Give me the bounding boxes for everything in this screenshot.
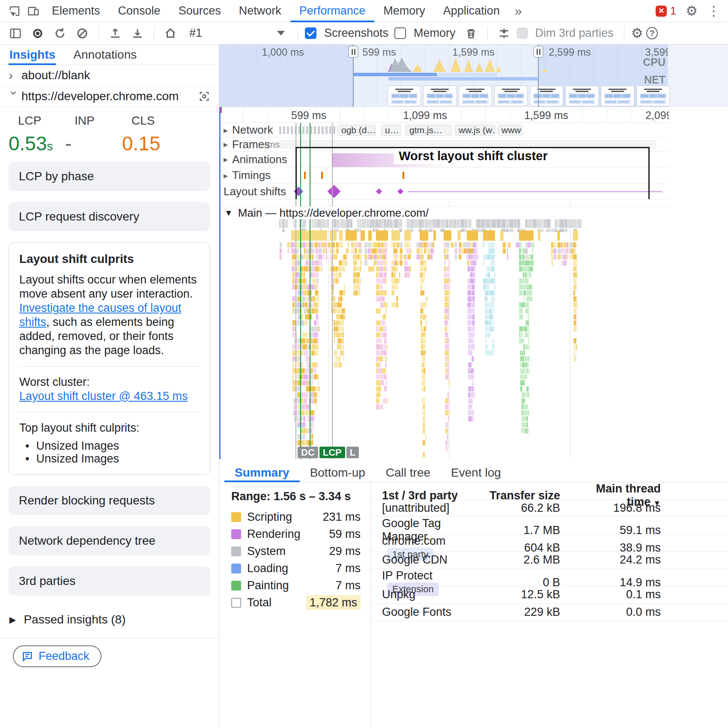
table-row[interactable]: Google Tag Manager 1.7 MB 59.1 ms [371,517,728,534]
tab-annotations[interactable]: Annotations [72,45,137,65]
live-metrics-home-icon[interactable] [161,24,180,43]
screenshots-checkbox[interactable] [305,27,316,39]
table-row[interactable]: [unattributed] 66.2 kB 196.8 ms [371,500,728,517]
record-icon[interactable] [28,24,47,43]
network-request-chip[interactable]: ogb (d… [337,125,376,136]
inspect-icon[interactable] [5,2,24,21]
metric-cls[interactable]: CLS 0.15 [122,114,210,162]
toggle-sidebar-icon[interactable] [6,24,25,43]
table-row[interactable]: IP ProtectExtension 0 B 14.9 ms [371,569,728,587]
main-thread-time: 59.1 ms [560,524,661,537]
divider [298,27,298,40]
capture-settings-icon[interactable] [495,24,513,43]
party-name: Google Fonts [382,606,451,618]
table-row[interactable]: Unpkg 12.5 kB 0.1 ms [371,586,728,604]
tab-application[interactable]: Application [434,0,509,22]
tab-sources[interactable]: Sources [170,0,230,22]
error-count: 1 [670,5,676,17]
tab-summary[interactable]: Summary [224,463,300,482]
profile-history-select[interactable]: #1 [183,25,291,42]
load-profile-icon[interactable] [106,24,125,43]
save-profile-icon[interactable] [128,24,147,43]
table-row[interactable]: Google CDN 2.6 MB 24.2 ms [371,552,728,569]
track-layout-shifts[interactable]: Layout shifts [219,184,669,200]
layout-shift-diamond[interactable] [376,188,382,194]
transfer-size: 0 B [474,576,560,589]
ruler-tick: 2,099 ms [645,109,669,122]
feedback-button[interactable]: Feedback [13,645,101,667]
settings-gear-icon[interactable]: ⚙ [686,4,698,18]
track-network[interactable]: ▸Network ogb (d… u… gtm.js… ww.js (w… ww… [219,123,669,137]
dcl-marker[interactable]: DC [298,447,318,458]
track-main-thread-header[interactable]: ▼ Main — https://developer.chrome.com/ [219,206,669,219]
table-row[interactable]: Google Fonts 229 kB 0.0 ms [371,604,728,621]
network-request-chip[interactable]: www… [498,125,522,136]
device-toolbar-icon[interactable] [24,2,43,21]
load-marker[interactable]: L [346,447,359,458]
scripting-swatch [231,512,241,522]
column-header-party[interactable]: 1st / 3rd party [382,489,474,502]
worst-cluster-link[interactable]: Layout shift cluster @ 463.15 ms [19,390,188,403]
expand-icon[interactable]: ▸ [224,139,228,149]
viewfinder-icon[interactable] [198,90,210,102]
insight-card-network-tree[interactable]: Network dependency tree [9,526,210,555]
error-badge[interactable]: ✕ 1 [656,5,676,17]
metric-lcp[interactable]: LCP 0.53s [9,114,65,162]
nav-item-site[interactable]: › https://developer.chrome.com [0,86,219,107]
flame-chart-canvas[interactable] [219,219,669,459]
kebab-menu-icon[interactable]: ⋮ [707,4,720,18]
culprit-item: Unsized Images [36,439,119,452]
metric-inp-value: - [65,132,122,155]
expand-icon[interactable]: ▸ [224,154,228,164]
layout-shift-diamond[interactable] [397,188,403,194]
tab-elements[interactable]: Elements [43,0,109,22]
insight-card-lcp-phase[interactable]: LCP by phase [9,162,210,191]
timing-marker[interactable] [304,172,306,179]
tab-bottom-up[interactable]: Bottom-up [300,463,376,482]
track-frames-label: Frames [232,138,270,151]
expand-icon[interactable]: ▸ [224,170,228,181]
column-header-size[interactable]: Transfer size [474,489,560,502]
insight-card-layout-shift-culprits[interactable]: Layout shift culprits Layout shifts occu… [9,242,210,475]
memory-checkbox[interactable] [394,27,406,39]
insight-card-render-blocking[interactable]: Render blocking requests [9,486,210,515]
passed-insights-toggle[interactable]: ▶ Passed insights (8) [0,607,219,633]
layout-shift-diamond[interactable] [327,185,340,198]
network-request-chip[interactable]: ww.js (w… [455,125,495,136]
metric-inp[interactable]: INP - [65,114,122,162]
feedback-label: Feedback [39,650,90,663]
legend-label: Painting [247,579,289,592]
profile-history-value: #1 [189,27,202,40]
more-tabs-icon[interactable]: » [509,4,528,18]
table-row[interactable]: chrome.com1st party 604 kB 38.9 ms [371,534,728,552]
help-icon[interactable]: ? [646,27,658,39]
garbage-collect-icon[interactable] [462,24,480,43]
bullet-icon: • [25,439,29,452]
chevron-right-icon: › [9,68,20,83]
tab-insights[interactable]: Insights [9,45,56,65]
third-party-table: 1st / 3rd party Transfer size Main threa… [371,482,728,621]
tab-performance[interactable]: Performance [290,0,375,22]
dim-3rd-parties-toggle[interactable] [517,28,528,39]
network-request-chip[interactable]: u… [381,125,401,136]
timing-marker[interactable] [403,172,404,179]
reload-record-icon[interactable] [51,24,69,43]
clear-icon[interactable] [73,24,92,43]
lcp-marker[interactable]: LCP [319,447,345,458]
track-timings[interactable]: ▸Timings [219,167,669,184]
tab-network[interactable]: Network [230,0,290,22]
tab-call-tree[interactable]: Call tree [376,463,441,482]
tab-event-log[interactable]: Event log [441,463,511,482]
range-start-line[interactable] [219,107,221,459]
network-request-chip[interactable]: gtm.js… [406,125,452,136]
panel-settings-gear-icon[interactable]: ⚙ [631,27,643,40]
legend-item-system: System 29 ms [231,543,361,560]
expand-icon[interactable]: ▸ [224,125,228,135]
timing-marker[interactable] [321,172,323,179]
tab-memory[interactable]: Memory [374,0,434,22]
nav-item-blank[interactable]: › about://blank [0,65,219,86]
cluster-annotation-label[interactable]: Worst layout shift cluster [394,148,553,164]
insight-card-lcp-discovery[interactable]: LCP request discovery [9,202,210,231]
insight-card-3rd-parties[interactable]: 3rd parties [9,567,210,596]
tab-console[interactable]: Console [109,0,170,22]
